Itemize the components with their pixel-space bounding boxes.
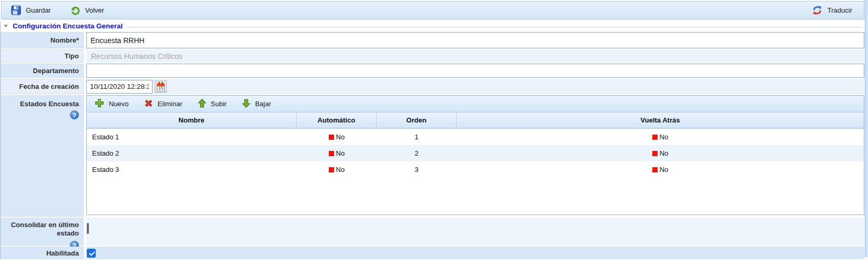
up-icon — [197, 98, 207, 110]
collapse-triangle-icon[interactable] — [4, 25, 8, 27]
estados-grid-header: Nombre Automático Orden Vuelta Atrás — [87, 113, 864, 129]
cell-automatico: No — [297, 145, 377, 161]
cell-nombre: Estado 2 — [87, 145, 297, 161]
row-fecha: Fecha de creación 15 — [1, 79, 864, 94]
row-departamento: Departamento — [1, 64, 864, 78]
section-title: Configuración Encuesta General — [13, 22, 123, 30]
volver-label: Volver — [85, 6, 104, 14]
consolidar-checkbox[interactable] — [87, 223, 89, 234]
section-rule — [127, 27, 863, 27]
status-no-icon — [329, 151, 334, 156]
cell-vuelta-atras: No — [457, 161, 864, 178]
calendar-button[interactable]: 15 — [155, 80, 167, 93]
survey-config-page: Guardar Volver Traducir — [0, 0, 868, 265]
cell-orden: 2 — [377, 145, 457, 161]
habilitada-checkbox[interactable] — [87, 249, 96, 258]
section-header[interactable]: Configuración Encuesta General — [1, 21, 864, 31]
tipo-label: Tipo — [1, 49, 84, 63]
subir-button[interactable]: Subir — [195, 97, 229, 111]
consolidar-label-cell: Consolidar en último estado ? — [1, 218, 84, 246]
cell-nombre: Estado 1 — [87, 129, 297, 145]
cell-automatico: No — [297, 129, 377, 145]
grid-empty-area — [87, 178, 864, 215]
bajar-label: Bajar — [255, 100, 271, 108]
status-no-icon — [652, 167, 658, 172]
nombre-label: Nombre* — [1, 32, 84, 48]
save-icon — [11, 5, 21, 15]
eliminar-label: Eliminar — [158, 100, 183, 108]
cell-vuelta-atras: No — [457, 129, 864, 145]
header-vuelta-atras[interactable]: Vuelta Atrás — [457, 113, 864, 128]
fecha-label: Fecha de creación — [1, 79, 84, 94]
table-row[interactable]: Estado 3 No 3 No — [87, 161, 864, 178]
form-panel: Configuración Encuesta General Nombre* T… — [0, 21, 864, 259]
cell-nombre: Estado 3 — [87, 161, 297, 178]
table-row[interactable]: Estado 1 No 1 No — [87, 129, 864, 145]
cell-orden: 3 — [377, 161, 457, 178]
row-consolidar: Consolidar en último estado ? — [1, 218, 864, 246]
traducir-button[interactable]: Traducir — [810, 4, 854, 17]
down-icon — [241, 98, 251, 110]
bajar-button[interactable]: Bajar — [239, 97, 273, 111]
status-no-icon — [652, 135, 658, 140]
tipo-value: Recursos Humanos Criticos — [86, 49, 864, 63]
estados-help-icon[interactable]: ? — [70, 110, 79, 119]
estados-grid-toolbar: Nuevo Eliminar — [87, 96, 864, 113]
row-estados: Estados Encuesta ? Nuevo — [1, 95, 864, 217]
volver-button[interactable]: Volver — [68, 4, 106, 17]
traducir-label: Traducir — [827, 6, 852, 14]
guardar-button[interactable]: Guardar — [9, 4, 53, 16]
estados-label: Estados Encuesta — [20, 100, 79, 108]
status-no-icon — [329, 135, 334, 140]
nuevo-label: Nuevo — [109, 100, 129, 108]
habilitada-label: Habilitada — [1, 247, 84, 259]
delete-icon — [144, 98, 154, 110]
back-icon — [70, 5, 80, 16]
nuevo-button[interactable]: Nuevo — [92, 97, 131, 111]
row-habilitada: Habilitada — [1, 247, 864, 259]
consolidar-label: Consolidar en último estado — [1, 221, 79, 238]
departamento-label: Departamento — [1, 64, 84, 78]
cell-orden: 1 — [377, 129, 457, 145]
row-nombre: Nombre* — [1, 32, 864, 48]
eliminar-button[interactable]: Eliminar — [142, 97, 185, 111]
status-no-icon — [329, 167, 334, 172]
translate-icon — [812, 5, 823, 16]
subir-label: Subir — [211, 100, 227, 108]
nombre-input[interactable] — [86, 32, 864, 48]
fecha-input[interactable] — [86, 80, 153, 94]
status-no-icon — [652, 151, 658, 156]
add-icon — [94, 98, 105, 110]
cell-vuelta-atras: No — [457, 145, 864, 161]
cell-automatico: No — [297, 161, 377, 178]
estados-grid: Nuevo Eliminar — [86, 95, 864, 215]
panel-right-edge — [865, 0, 868, 257]
departamento-input[interactable] — [86, 64, 864, 78]
header-nombre[interactable]: Nombre — [87, 113, 297, 128]
header-automatico[interactable]: Automático — [297, 113, 377, 128]
top-toolbar: Guardar Volver Traducir — [1, 1, 864, 19]
row-tipo: Tipo Recursos Humanos Criticos — [1, 49, 864, 63]
header-orden[interactable]: Orden — [377, 113, 457, 128]
estados-label-cell: Estados Encuesta ? — [1, 95, 84, 217]
guardar-label: Guardar — [26, 6, 51, 14]
table-row[interactable]: Estado 2 No 2 No — [87, 145, 864, 161]
